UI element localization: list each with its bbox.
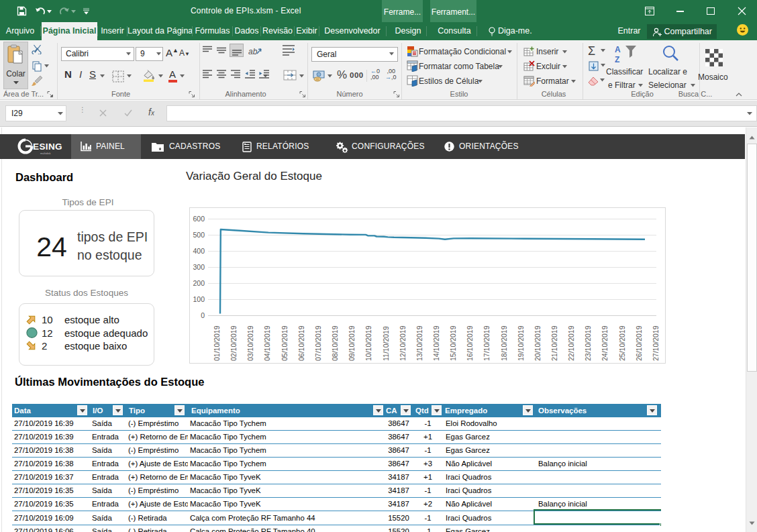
svg-text:27/10/2019: 27/10/2019 — [652, 325, 660, 361]
svg-text:A: A — [615, 45, 621, 54]
svg-text:200: 200 — [193, 279, 205, 287]
svg-text:14/10/2019: 14/10/2019 — [432, 325, 440, 361]
svg-text:07/10/2019: 07/10/2019 — [314, 325, 322, 361]
svg-text:300: 300 — [193, 263, 205, 271]
svg-text:100: 100 — [193, 295, 205, 303]
svg-text:600: 600 — [193, 215, 205, 223]
svg-text:01/10/2019: 01/10/2019 — [213, 325, 221, 361]
svg-text:500: 500 — [193, 231, 205, 239]
svg-text:18/10/2019: 18/10/2019 — [500, 325, 508, 361]
svg-text:13/10/2019: 13/10/2019 — [415, 325, 423, 361]
svg-text:16/10/2019: 16/10/2019 — [466, 325, 474, 361]
svg-text:09/10/2019: 09/10/2019 — [348, 325, 356, 361]
svg-text:12/10/2019: 12/10/2019 — [399, 325, 407, 361]
svg-text:05/10/2019: 05/10/2019 — [281, 325, 289, 361]
svg-text:11/10/2019: 11/10/2019 — [382, 326, 390, 361]
svg-text:Z: Z — [615, 55, 619, 64]
svg-text:23/10/2019: 23/10/2019 — [584, 325, 592, 361]
svg-text:20/10/2019: 20/10/2019 — [534, 325, 542, 361]
svg-text:24/10/2019: 24/10/2019 — [601, 325, 609, 361]
svg-text:400: 400 — [193, 247, 205, 255]
svg-text:10/10/2019: 10/10/2019 — [364, 325, 372, 361]
svg-text:19/10/2019: 19/10/2019 — [517, 325, 525, 361]
svg-text:26/10/2019: 26/10/2019 — [635, 325, 643, 361]
svg-text:04/10/2019: 04/10/2019 — [263, 325, 271, 361]
svg-text:03/10/2019: 03/10/2019 — [246, 325, 254, 361]
svg-text:ab: ab — [248, 47, 258, 56]
svg-text:08/10/2019: 08/10/2019 — [331, 325, 339, 361]
svg-text:02/10/2019: 02/10/2019 — [230, 325, 238, 361]
svg-text:25/10/2019: 25/10/2019 — [618, 325, 626, 361]
svg-text:17/10/2019: 17/10/2019 — [483, 325, 491, 361]
svg-text:21/10/2019: 21/10/2019 — [550, 325, 558, 361]
svg-text:0: 0 — [201, 311, 205, 319]
svg-text:06/10/2019: 06/10/2019 — [297, 325, 305, 361]
svg-text:15/10/2019: 15/10/2019 — [449, 325, 457, 361]
svg-text:22/10/2019: 22/10/2019 — [567, 325, 575, 361]
